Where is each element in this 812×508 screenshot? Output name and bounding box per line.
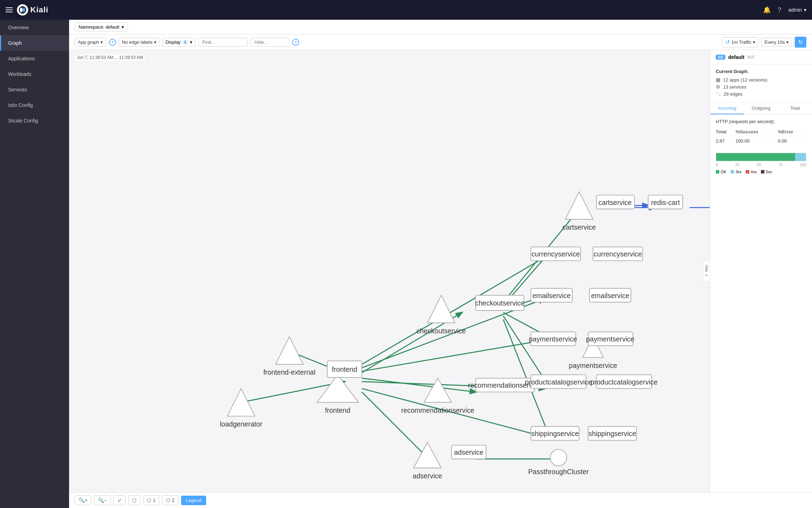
graph-area: Jun 7, 11:38:53 AM ... 11:39:53 AM — [69, 50, 812, 492]
tab-outgoing[interactable]: Outgoing — [744, 103, 778, 114]
legend-5xx-label: 5xx — [766, 170, 772, 174]
chart-area: 0 25 50 75 100 OK 3xx — [710, 150, 812, 174]
notification-icon[interactable]: 🔔 — [763, 6, 771, 14]
tab-total[interactable]: Total — [778, 103, 812, 114]
services-value: 13 services — [723, 84, 746, 90]
cell-success: 100.00 — [736, 136, 778, 146]
apps-stat: ▦ 12 apps (12 versions) — [716, 77, 806, 83]
sidebar-item-label: Overview — [8, 25, 29, 30]
edge-label-chevron: ▾ — [154, 40, 156, 45]
svg-text:cartservice: cartservice — [562, 223, 596, 231]
hide-panel-button[interactable]: Hide » — [703, 261, 710, 282]
graph-help-icon[interactable]: ? — [109, 39, 116, 46]
fit-button[interactable]: ⤢ — [113, 495, 125, 505]
display-chevron: ▾ — [190, 40, 192, 45]
hide-label: Hide — [705, 265, 708, 272]
sidebar-item-label: Istio Config — [8, 102, 33, 108]
svg-text:paymentservice: paymentservice — [586, 335, 634, 343]
sidebar-item-istio-config[interactable]: Istio Config — [0, 97, 69, 113]
svg-marker-55 — [424, 378, 451, 403]
display-selector[interactable]: Display 6 ▾ — [162, 38, 196, 47]
svg-text:recommendationservice: recommendationservice — [401, 406, 474, 414]
find-input[interactable] — [198, 38, 248, 47]
edges-stat: ⋱ 29 edges — [716, 91, 806, 97]
svg-marker-31 — [427, 295, 455, 323]
svg-text:PassthroughCluster: PassthroughCluster — [528, 468, 589, 476]
display-label: Display — [166, 40, 181, 45]
sidebar-item-applications[interactable]: Applications — [0, 51, 69, 66]
edge-label-selector[interactable]: No edge labels ▾ — [119, 38, 160, 47]
graph-timestamp: Jun 7, 11:38:53 AM ... 11:39:53 AM — [75, 54, 145, 61]
svg-text:currencyservice: currencyservice — [531, 250, 580, 258]
svg-text:frontend: frontend — [325, 406, 350, 414]
legend-3xx: 3xx — [731, 170, 742, 174]
svg-text:cartservice: cartservice — [598, 199, 632, 206]
graph-type-selector[interactable]: App graph ▾ — [75, 38, 106, 47]
zoom-out-button[interactable]: 🔍− — [94, 495, 111, 505]
graph-toolbar: App graph ▾ ? No edge labels ▾ Display 6… — [69, 35, 812, 50]
svg-text:shippingservice: shippingservice — [589, 430, 636, 437]
user-name: admin — [788, 7, 802, 13]
side-panel: NS default N/A Current Graph: ▦ 12 apps … — [710, 50, 812, 492]
main-content: Namespace: default ▾ App graph ▾ ? No ed… — [69, 20, 812, 508]
sidebar-item-label: Applications — [8, 56, 35, 61]
sidebar-item-graph[interactable]: Graph — [0, 35, 69, 51]
traffic-chevron: ▾ — [753, 40, 755, 45]
http-section: HTTP (requests per second): Total %Succe… — [710, 115, 812, 150]
svg-line-12 — [362, 392, 427, 458]
legend-4xx: 4xx — [746, 170, 757, 174]
sidebar-item-label: Services — [8, 87, 27, 92]
namespace-label: Namespace: default — [79, 24, 119, 30]
apps-value: 12 apps (12 versions) — [723, 77, 767, 83]
layout-node-button[interactable]: ⬡ — [128, 495, 140, 505]
refresh-button[interactable]: ↻ — [795, 37, 806, 48]
zoom-in-button[interactable]: 🔍+ — [75, 495, 91, 505]
svg-text:adservice: adservice — [454, 448, 484, 456]
sidebar-item-services[interactable]: Services — [0, 82, 69, 97]
legend-4xx-label: 4xx — [751, 170, 757, 174]
hide-help-icon[interactable]: ? — [292, 39, 299, 46]
traffic-selector[interactable]: ↺ 1m Traffic ▾ — [722, 37, 758, 47]
interval-selector[interactable]: Every 10s ▾ — [761, 38, 792, 47]
sidebar-item-3scale-config[interactable]: 3scale Config — [0, 113, 69, 128]
svg-text:paymentservice: paymentservice — [569, 362, 617, 369]
table-row: 2.87 100.00 0.00 — [716, 136, 806, 146]
graph-canvas[interactable]: Jun 7, 11:38:53 AM ... 11:39:53 AM — [69, 50, 710, 492]
hamburger-menu[interactable] — [6, 7, 13, 12]
user-menu-chevron: ▾ — [804, 7, 806, 13]
col-success: %Success — [736, 128, 778, 136]
help-icon[interactable]: ? — [778, 6, 781, 14]
layout1-icon: ⬡ — [147, 497, 151, 503]
svg-text:frontend-external: frontend-external — [263, 368, 315, 376]
legend-button[interactable]: Legend — [181, 496, 206, 505]
cell-total: 2.87 — [716, 136, 736, 146]
svg-marker-25 — [276, 337, 303, 364]
display-badge: 6 — [182, 40, 189, 45]
http-table: Total %Success %Error 2.87 100.00 0.00 — [716, 128, 806, 146]
user-menu[interactable]: admin ▾ — [788, 7, 806, 13]
layout2-button[interactable]: ⬡ 2 — [162, 495, 178, 505]
cell-error: 0.00 — [778, 136, 806, 146]
svg-marker-67 — [414, 442, 441, 468]
ns-name: default — [728, 54, 744, 60]
col-error: %Error — [778, 128, 806, 136]
sidebar-item-workloads[interactable]: Workloads — [0, 66, 69, 82]
namespace-selector[interactable]: Namespace: default ▾ — [75, 23, 128, 31]
graph-type-chevron: ▾ — [100, 40, 103, 45]
layout2-label: 2 — [172, 497, 174, 503]
layout1-button[interactable]: ⬡ 1 — [143, 495, 159, 505]
tab-incoming[interactable]: Incoming — [710, 103, 744, 114]
side-panel-header: NS default N/A — [710, 50, 812, 65]
legend-3xx-label: 3xx — [736, 170, 742, 174]
current-graph-title: Current Graph: — [716, 69, 806, 74]
svg-marker-23 — [227, 388, 255, 416]
ns-badge: NS — [716, 55, 725, 60]
svg-text:loadgenerator: loadgenerator — [220, 420, 263, 428]
hide-input[interactable] — [251, 38, 289, 47]
svg-text:productcatalogservice: productcatalogservice — [591, 378, 658, 386]
layout2-icon: ⬡ — [166, 497, 170, 503]
svg-text:checkoutservice: checkoutservice — [417, 327, 466, 335]
svg-text:checkoutservice: checkoutservice — [475, 299, 524, 307]
svg-text:redis-cart: redis-cart — [651, 199, 680, 206]
sidebar-item-overview[interactable]: Overview — [0, 20, 69, 35]
